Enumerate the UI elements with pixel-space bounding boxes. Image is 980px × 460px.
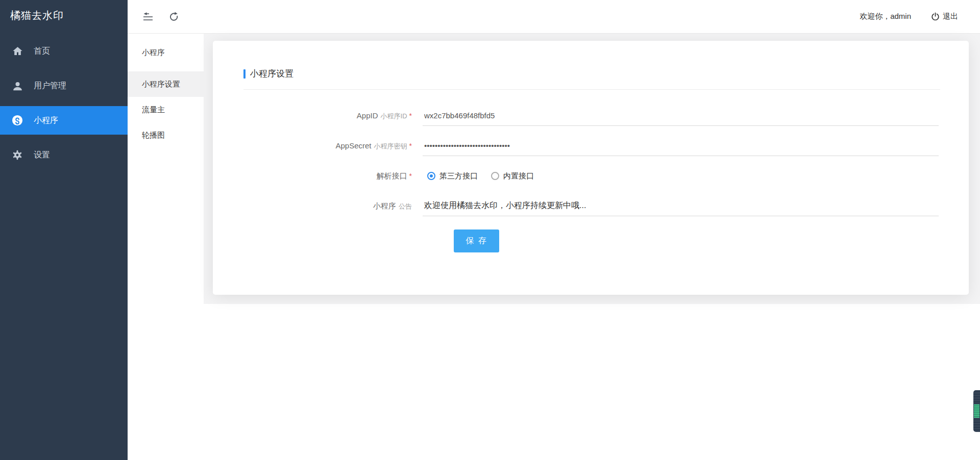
sidebar-item-miniprogram[interactable]: 小程序 [0,106,128,135]
main-nav: 首页 用户管理 小程序 [0,31,128,169]
page-title: 小程序设置 [250,68,293,80]
edge-widget-indicator [974,404,979,418]
sidebar-item-home[interactable]: 首页 [0,37,128,65]
required-asterisk: * [409,112,412,120]
card-title: 小程序设置 [243,68,940,80]
appsecret-input[interactable] [423,136,939,156]
collapse-sidebar-button[interactable] [142,11,154,23]
required-asterisk: * [409,142,412,150]
title-accent-bar [243,69,246,79]
sidebar-item-label: 用户管理 [34,81,66,91]
logout-button[interactable]: 退出 [930,12,958,21]
appsecret-row: AppSecret小程序密钥* [213,136,969,156]
notice-input[interactable] [423,196,939,216]
refresh-icon [168,11,180,22]
sidebar-item-label: 首页 [34,46,50,57]
logout-label: 退出 [943,12,958,21]
refresh-button[interactable] [167,11,180,23]
settings-card: 小程序设置 AppID小程序ID* AppSecret小程序密钥* [213,41,969,295]
header-right: 欢迎你，admin 退出 [860,12,958,21]
api-radio-group: 第三方接口 内置接口 [423,166,939,186]
sidebar-item-settings[interactable]: 设置 [0,141,128,169]
main-sidebar: 橘猫去水印 首页 用户管理 [0,0,128,460]
radio-builtin-label[interactable]: 内置接口 [503,171,534,181]
save-button[interactable]: 保 存 [454,229,499,252]
submenu-item-miniprogram-settings[interactable]: 小程序设置 [128,71,204,97]
appid-label: AppID小程序ID* [243,111,412,121]
api-label: 解析接口* [243,171,412,181]
app-logo: 橘猫去水印 [0,0,128,31]
app-root: 橘猫去水印 首页 用户管理 [0,0,980,460]
required-asterisk: * [409,172,412,180]
secondary-sidebar: 小程序 小程序设置 流量主 轮播图 [128,34,204,460]
appid-row: AppID小程序ID* [213,106,969,126]
welcome-text: 欢迎你，admin [860,12,911,21]
radio-third-party[interactable] [427,172,435,180]
radio-builtin[interactable] [491,172,499,180]
appid-input[interactable] [423,106,939,125]
collapse-icon [142,12,154,21]
submenu-item-carousel[interactable]: 轮播图 [128,122,204,148]
top-header: 欢迎你，admin 退出 [128,0,980,34]
power-icon [930,12,940,21]
edge-extension-widget[interactable] [973,390,980,432]
sidebar-item-label: 小程序 [34,115,58,126]
submenu-parent-miniprogram[interactable]: 小程序 [128,40,204,65]
notice-label: 小程序公告 [243,201,412,211]
home-icon [12,45,23,57]
miniprogram-icon [12,115,23,126]
miniprogram-settings-form: AppID小程序ID* AppSecret小程序密钥* 解析接口* [213,106,969,252]
submenu-item-traffic[interactable]: 流量主 [128,97,204,122]
gear-icon [12,149,23,161]
save-row: 保 存 [213,229,969,252]
user-icon [12,80,23,91]
sidebar-item-users[interactable]: 用户管理 [0,71,128,100]
api-row: 解析接口* 第三方接口 内置接口 [213,166,969,186]
sidebar-item-label: 设置 [34,150,50,161]
notice-row: 小程序公告 [213,196,969,216]
radio-third-party-label[interactable]: 第三方接口 [439,171,478,181]
title-divider [243,89,940,90]
appsecret-label: AppSecret小程序密钥* [243,141,412,151]
